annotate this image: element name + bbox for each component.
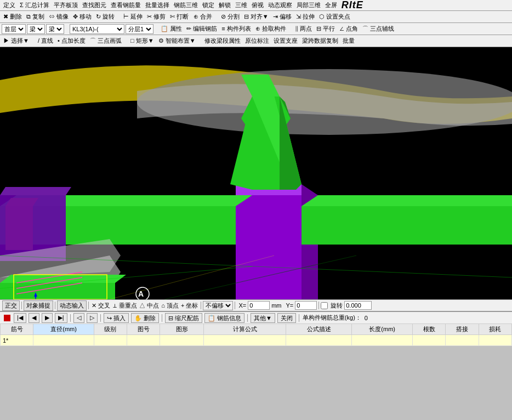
btn-pick-member[interactable]: ⊕ 拾取构件 xyxy=(254,24,288,33)
menu-row-1: 定义 Σ 汇总计算 平齐板顶 查找图元 查看钢筋量 批量选择 钢筋三维 锁定 解… xyxy=(0,0,512,11)
btn-split[interactable]: ⊘ 分割 xyxy=(220,12,241,21)
btn-rotate[interactable]: ↻ 旋转 xyxy=(95,12,116,21)
cell-lap xyxy=(446,335,479,346)
viewport-3d[interactable]: A xyxy=(0,47,512,299)
col-header-fig-no: 图号 xyxy=(127,324,160,335)
btn-coordinate[interactable]: + 坐标 xyxy=(180,301,199,310)
table-row[interactable]: 1* xyxy=(1,335,512,346)
btn-set-grip[interactable]: ⬡ 设置夹点 xyxy=(318,12,351,21)
btn-in-situ-mark[interactable]: 原位标注 xyxy=(243,36,271,46)
btn-object-snap[interactable]: 对象捕捉 xyxy=(24,300,53,311)
menu-unlock[interactable]: 解锁 xyxy=(219,1,231,9)
status-bar: 正交 对象捕捉 动态输入 ✕ 交叉 ⊥ 垂重点 △ 中点 ⌂ 顶点 + 坐标 不… xyxy=(0,299,512,311)
sep-s1 xyxy=(21,302,22,309)
y-input[interactable] xyxy=(295,301,317,310)
btn-nav-prev[interactable]: ◀ xyxy=(29,313,39,323)
btn-smart-place[interactable]: ⚙ 智能布置▼ xyxy=(157,36,197,46)
menu-batch-select[interactable]: 批量选择 xyxy=(145,1,169,9)
btn-intersection[interactable]: ✕ 交叉 xyxy=(90,301,111,310)
weight-label: 单构件钢筋总重(kg)： xyxy=(303,314,361,322)
svg-rect-11 xyxy=(301,206,512,245)
offset-select[interactable]: 不偏移 xyxy=(203,301,233,310)
btn-three-point-arc[interactable]: ⌒ 三点画弧 xyxy=(88,36,123,46)
btn-select[interactable]: ▶ 选择▼ xyxy=(2,36,31,46)
btn-batch[interactable]: 批量 xyxy=(341,36,356,46)
sep-d1 xyxy=(32,37,35,46)
btn-copy-span[interactable]: 梁跨数据复制 xyxy=(300,36,340,46)
rebar-table: 筋号 直径(mm) 级别 图号 图形 计算公式 公式描述 长度(mm) 根数 搭… xyxy=(0,323,512,346)
sep-t4 xyxy=(289,25,292,33)
btn-break[interactable]: ✄ 打断 xyxy=(169,12,190,21)
cell-diameter[interactable] xyxy=(33,335,94,346)
menu-rebar-3d[interactable]: 钢筋三维 xyxy=(174,1,198,9)
menu-top-view[interactable]: 俯视 xyxy=(252,1,264,9)
x-input[interactable] xyxy=(248,301,270,310)
menu-define[interactable]: 定义 xyxy=(3,1,15,9)
btn-nav-back[interactable]: ◁ xyxy=(73,313,84,323)
menu-find-elem[interactable]: 查找图元 xyxy=(82,1,106,9)
btn-stretch[interactable]: ⇲ 拉伸 xyxy=(295,12,316,21)
rotate-label: 旋转 xyxy=(331,302,343,310)
btn-member-list[interactable]: ≡ 构件列表 xyxy=(220,24,252,33)
menu-local-3d[interactable]: 局部三维 xyxy=(297,1,321,9)
red-x-icon[interactable] xyxy=(4,315,10,321)
btn-close[interactable]: 关闭 xyxy=(277,313,296,323)
btn-delete[interactable]: ✖ 删除 xyxy=(2,12,23,21)
btn-mirror[interactable]: ⇔ 镜像 xyxy=(48,12,70,21)
cell-fig-no xyxy=(127,335,160,346)
sep-t2 xyxy=(65,25,69,33)
btn-merge[interactable]: ⊕ 合并 xyxy=(192,12,213,21)
menu-dynamic-observe[interactable]: 动态观察 xyxy=(268,1,292,9)
btn-extend[interactable]: ⊢ 延伸 xyxy=(122,12,144,21)
menu-align-top[interactable]: 平齐板顶 xyxy=(54,1,78,9)
type2-select[interactable]: 梁 xyxy=(46,24,64,34)
btn-modify-segment[interactable]: 修改梁段属性 xyxy=(203,36,242,46)
btn-perpendicular[interactable]: ⊥ 垂重点 xyxy=(111,301,138,310)
rotate-check-container: 旋转 xyxy=(321,302,344,310)
menu-fullscreen[interactable]: 全屏 xyxy=(325,1,337,9)
btn-edit-rebar[interactable]: ✏ 编辑钢筋 xyxy=(185,24,219,33)
btn-rebar-info[interactable]: 📋 钢筋信息 xyxy=(204,313,244,323)
btn-orthogonal[interactable]: 正交 xyxy=(2,300,20,311)
member-select[interactable]: KL3(1A)-( xyxy=(70,24,124,34)
layer-select[interactable]: 分层1 xyxy=(126,24,153,34)
floor-select[interactable]: 首层 xyxy=(2,24,26,34)
btn-nav-next[interactable]: ▶ xyxy=(42,313,53,323)
btn-nav-first[interactable]: |◀ xyxy=(14,313,26,323)
btn-offset[interactable]: ⇥ 偏移 xyxy=(272,12,293,21)
type-select[interactable]: 梁 xyxy=(27,24,45,34)
btn-nav-fwd[interactable]: ▷ xyxy=(87,313,98,323)
menu-3d[interactable]: 三维 xyxy=(235,1,247,9)
btn-point-angle[interactable]: ∠ 点角 xyxy=(338,24,360,33)
btn-insert-rebar[interactable]: ↪ 插入 xyxy=(104,313,129,323)
btn-rect[interactable]: □ 矩形▼ xyxy=(129,36,156,46)
rotate-input[interactable] xyxy=(344,301,372,310)
btn-move[interactable]: ✥ 移动 xyxy=(72,12,93,21)
svg-rect-22 xyxy=(0,283,115,299)
btn-endpoint[interactable]: ⌂ 顶点 xyxy=(160,301,180,310)
btn-line[interactable]: / 直线 xyxy=(36,36,55,46)
btn-set-support[interactable]: 设置支座 xyxy=(272,36,299,46)
btn-copy[interactable]: ⧉ 复制 xyxy=(25,12,45,21)
btn-midpoint[interactable]: △ 中点 xyxy=(138,301,160,310)
btn-point-length[interactable]: • 点加长度 xyxy=(56,36,87,46)
btn-scale-rebar[interactable]: ⊟ 缩尺配筋 xyxy=(165,313,202,323)
btn-two-points[interactable]: ∥ 两点 xyxy=(293,24,314,33)
menu-lock[interactable]: 锁定 xyxy=(202,1,214,9)
btn-parallel[interactable]: ⊟ 平行 xyxy=(315,24,337,33)
btn-nav-last[interactable]: ▶| xyxy=(55,313,67,323)
btn-three-point-aux[interactable]: ⌒ 三点辅线 xyxy=(361,24,396,33)
sep2 xyxy=(215,13,218,21)
col-header-length: 长度(mm) xyxy=(352,324,412,335)
svg-rect-5 xyxy=(236,184,301,299)
menu-view-rebar[interactable]: 查看钢筋量 xyxy=(111,1,141,9)
menu-summary[interactable]: Σ 汇总计算 xyxy=(20,1,49,9)
btn-align[interactable]: ⊟ 对齐▼ xyxy=(243,12,270,21)
btn-other[interactable]: 其他▼ xyxy=(251,313,275,323)
rotate-checkbox[interactable] xyxy=(321,302,328,309)
btn-del-rebar[interactable]: ✋ 删除 xyxy=(131,313,159,323)
btn-trim[interactable]: ✂ 修剪 xyxy=(146,12,167,21)
sep-rp2 xyxy=(100,314,101,322)
btn-dynamic-input[interactable]: 动态输入 xyxy=(57,300,87,311)
btn-property[interactable]: 📋 属性 xyxy=(159,24,184,33)
